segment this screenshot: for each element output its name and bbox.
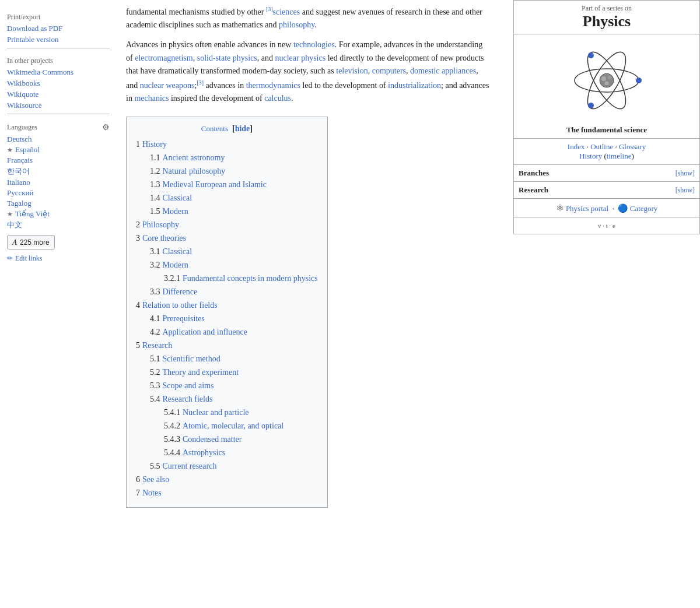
history-link[interactable]: History — [579, 152, 602, 160]
toc-link[interactable]: Application and influence — [163, 328, 247, 336]
outline-link[interactable]: Outline — [590, 142, 613, 151]
toc-num: 5.4.4 — [164, 448, 180, 457]
toc-link[interactable]: Classical — [163, 194, 192, 202]
lang-item-français[interactable]: Français — [7, 156, 110, 165]
lang-item-deutsch[interactable]: Deutsch — [7, 135, 110, 144]
printable-version-link[interactable]: Printable version — [7, 35, 110, 44]
portal-row: ⚛ Physics portal · 🔵 Category — [514, 199, 700, 217]
lang-link[interactable]: Français — [7, 156, 33, 164]
lang-item-tiếng-việt[interactable]: ★Tiếng Việt — [7, 209, 110, 219]
lang-link[interactable]: Español — [15, 145, 40, 154]
electromagnetism-link[interactable]: electromagnetism — [135, 54, 193, 62]
wikiquote-link[interactable]: Wikiquote — [7, 90, 110, 99]
physics-portal-link[interactable]: Physics portal — [566, 204, 608, 213]
toc-link[interactable]: Modern — [163, 261, 188, 269]
toc-link[interactable]: See also — [142, 475, 169, 484]
sciences-link[interactable]: [3] — [266, 8, 273, 16]
technologies-link[interactable]: technologies — [293, 40, 335, 49]
index-link[interactable]: Index — [568, 142, 585, 151]
toc-link[interactable]: Current research — [163, 462, 217, 470]
toc-link[interactable]: Scope and aims — [163, 381, 214, 390]
toc-link[interactable]: Philosophy — [142, 220, 179, 229]
toc-item: 1.1Ancient astronomy — [136, 152, 318, 164]
category-link[interactable]: Category — [630, 204, 658, 213]
toc-item: 5.4.4Astrophysics — [136, 447, 318, 459]
toc-item: 5Research — [136, 339, 318, 352]
branches-show[interactable]: [show] — [676, 169, 695, 178]
atom-svg — [569, 43, 645, 118]
toc-link[interactable]: Relation to other fields — [142, 301, 218, 310]
lang-link[interactable]: Deutsch — [7, 135, 32, 143]
toc-link[interactable]: Scientific method — [163, 354, 220, 363]
main-content: fundamental mechanisms studied by other … — [117, 0, 499, 517]
toc-link[interactable]: Theory and experiment — [163, 368, 239, 377]
calculus-link[interactable]: calculus — [264, 94, 291, 103]
toc-item: 6See also — [136, 473, 318, 486]
timeline-link[interactable]: timeline — [607, 152, 632, 160]
toc-link[interactable]: Astrophysics — [183, 448, 225, 457]
toc-link[interactable]: Nuclear and particle — [183, 408, 249, 417]
research-show[interactable]: [show] — [676, 186, 695, 195]
toc-link[interactable]: Medieval European and Islamic — [163, 180, 267, 189]
toc-link[interactable]: Notes — [142, 488, 162, 497]
toc-link[interactable]: Classical — [163, 247, 192, 256]
domestic-link[interactable]: domestic appliances — [410, 66, 476, 75]
lang-link[interactable]: Tiếng Việt — [15, 209, 50, 219]
gear-icon[interactable]: ⚙ — [102, 122, 110, 132]
category-icon: 🔵 — [618, 204, 628, 213]
toc-link[interactable]: Research — [142, 341, 172, 350]
lang-item-italiano[interactable]: Italiano — [7, 178, 110, 187]
translate-icon: 𝐴 — [12, 237, 18, 247]
language-list: Deutsch★EspañolFrançais한국어ItalianoРусски… — [7, 135, 110, 230]
toc-hide-link[interactable]: hide — [235, 124, 250, 133]
lang-item-español[interactable]: ★Español — [7, 145, 110, 154]
toc-num: 3.2 — [150, 261, 160, 269]
toc-item: 1.4Classical — [136, 192, 318, 204]
lang-link[interactable]: 中文 — [7, 220, 22, 229]
more-languages-button[interactable]: 𝐴 225 more — [7, 235, 55, 249]
toc-link[interactable]: Natural philosophy — [163, 167, 226, 175]
body-paragraph-1: fundamental mechanisms studied by other … — [126, 5, 490, 31]
television-link[interactable]: television — [336, 66, 368, 75]
toc-link[interactable]: Modern — [163, 207, 188, 216]
sciences-link-text[interactable]: sciences — [273, 8, 300, 16]
download-pdf-link[interactable]: Download as PDF — [7, 24, 110, 33]
lang-item-한국어[interactable]: 한국어 — [7, 166, 110, 177]
lang-item-中文[interactable]: 中文 — [7, 220, 110, 230]
solid-state-link[interactable]: solid-state physics — [197, 54, 257, 62]
wikisource-link[interactable]: Wikisource — [7, 101, 110, 110]
toc-link[interactable]: Prerequisites — [163, 314, 205, 323]
toc-link[interactable]: Difference — [163, 287, 198, 296]
industrialization-link[interactable]: industrialization — [388, 80, 441, 89]
computers-link[interactable]: computers — [372, 66, 406, 75]
lang-link[interactable]: 한국어 — [7, 167, 30, 175]
edit-links-button[interactable]: ✏ Edit links — [7, 254, 42, 263]
toc-link[interactable]: Research fields — [163, 395, 213, 403]
edit-links-label: Edit links — [15, 254, 42, 263]
toc-num: 2 — [136, 220, 140, 229]
lang-link[interactable]: Italiano — [7, 178, 30, 187]
toc-link[interactable]: Core theories — [142, 234, 186, 243]
lang-link[interactable]: Русский — [7, 188, 34, 197]
lang-item-русский[interactable]: Русский — [7, 188, 110, 198]
lang-link[interactable]: Tagalog — [7, 199, 32, 208]
nuclear-physics-link[interactable]: nuclear physics — [275, 54, 326, 62]
sidebar: Print/export Download as PDF Printable v… — [0, 0, 117, 517]
lang-item-tagalog[interactable]: Tagalog — [7, 199, 110, 208]
glossary-link[interactable]: Glossary — [619, 142, 646, 151]
toc-link[interactable]: Ancient astronomy — [163, 153, 225, 162]
thermodynamics-link[interactable]: thermodynamics — [246, 80, 300, 89]
wikimedia-commons-link[interactable]: Wikimedia Commons — [7, 68, 110, 77]
wikibooks-link[interactable]: Wikibooks — [7, 79, 110, 88]
toc-link[interactable]: History — [142, 140, 167, 149]
toc-num: 4 — [136, 301, 140, 310]
toc-num: 4.1 — [150, 314, 160, 323]
toc-link[interactable]: Condensed matter — [183, 435, 242, 444]
philosophy-link[interactable]: philosophy — [279, 20, 314, 29]
toc-link[interactable]: Atomic, molecular, and optical — [183, 421, 284, 430]
nuclear-weapons-link[interactable]: nuclear weapons — [140, 80, 195, 89]
toc-link[interactable]: Fundamental concepts in modern physics — [183, 274, 318, 283]
toc-item: 3Core theories — [136, 232, 318, 244]
mechanics-link[interactable]: mechanics — [134, 94, 169, 103]
toc-item: 1.5Modern — [136, 205, 318, 217]
